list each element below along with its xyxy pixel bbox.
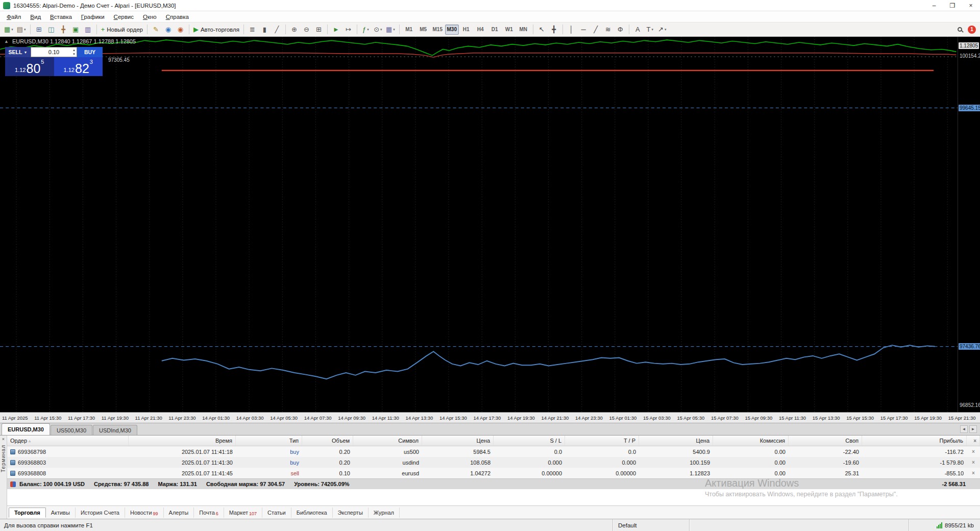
- time-label[interactable]: 14 Apr 11:30: [372, 415, 399, 421]
- time-label[interactable]: 11 Apr 23:30: [168, 415, 195, 421]
- menu-item-Сервис[interactable]: Сервис: [109, 12, 138, 21]
- new-chart-button[interactable]: ▦▾: [3, 23, 15, 36]
- time-label[interactable]: 15 Apr 15:30: [846, 415, 874, 421]
- timeframe-M15[interactable]: M15: [431, 25, 445, 35]
- search-button[interactable]: [954, 23, 966, 36]
- market-watch-button[interactable]: ⊞: [33, 23, 45, 36]
- status-profile[interactable]: Default: [612, 519, 689, 531]
- strategy-tester-button[interactable]: ▥: [82, 23, 94, 36]
- collapse-panel-icon[interactable]: ▲: [4, 39, 9, 44]
- panel-close-icon[interactable]: ×: [973, 438, 976, 444]
- timeframe-H1[interactable]: H1: [459, 25, 473, 35]
- chart-tab-US500,M30[interactable]: US500,M30: [51, 425, 92, 435]
- time-label[interactable]: 14 Apr 23:30: [575, 415, 603, 421]
- navigator-button[interactable]: ╋: [58, 23, 69, 36]
- time-label[interactable]: 14 Apr 01:30: [202, 415, 230, 421]
- menu-item-Файл[interactable]: Файл: [2, 12, 26, 21]
- line-chart-mode-button[interactable]: ╱: [271, 23, 283, 36]
- profiles-button[interactable]: ▤▾: [15, 23, 28, 36]
- buy-button[interactable]: BUY: [77, 47, 103, 57]
- timeframe-MN[interactable]: MN: [517, 25, 530, 35]
- volume-spinner[interactable]: ▲ ▼: [72, 48, 76, 57]
- indicators-button[interactable]: ƒ▾: [360, 23, 372, 36]
- column-header-Ордер[interactable]: Ордер▵: [7, 436, 129, 446]
- time-label[interactable]: 14 Apr 15:30: [439, 415, 467, 421]
- column-header-Объем[interactable]: Объем: [302, 436, 353, 446]
- cursor-button[interactable]: ↖: [536, 23, 548, 36]
- column-header-Тип[interactable]: Тип: [236, 436, 302, 446]
- time-label[interactable]: 14 Apr 13:30: [405, 415, 433, 421]
- time-label[interactable]: 15 Apr 13:30: [813, 415, 840, 421]
- timeframe-M1[interactable]: M1: [402, 25, 416, 35]
- autotrading-button[interactable]: ▶Авто-торговля: [192, 23, 241, 36]
- column-header-Время[interactable]: Время: [129, 436, 236, 446]
- chart-shift-button[interactable]: ↦: [342, 23, 354, 36]
- metaeditor-button[interactable]: ✎: [150, 23, 162, 36]
- close-order-icon[interactable]: ×: [967, 470, 980, 476]
- order-row[interactable]: 6993688082025.01.07 11:41:45sell0.10euru…: [7, 468, 980, 478]
- time-label[interactable]: 11 Apr 15:30: [34, 415, 61, 421]
- arrows-button[interactable]: ↗▾: [656, 23, 668, 36]
- horizontal-line-button[interactable]: ─: [578, 23, 590, 36]
- text-label-button[interactable]: Т▾: [644, 23, 656, 36]
- trendline-button[interactable]: ╱: [590, 23, 602, 36]
- timeframe-D1[interactable]: D1: [488, 25, 502, 35]
- buy-price[interactable]: 1.12 82 3: [54, 57, 103, 76]
- column-header-T / P[interactable]: T / P: [565, 436, 639, 446]
- terminal-tab-История Счета[interactable]: История Счета: [76, 508, 125, 518]
- equidistant-channel-button[interactable]: ≋: [602, 23, 614, 36]
- close-order-icon[interactable]: ×: [967, 460, 980, 465]
- chart-tab-USDInd,M30[interactable]: USDInd,M30: [93, 425, 137, 435]
- timeframe-H4[interactable]: H4: [474, 25, 487, 35]
- column-header-close[interactable]: ×: [967, 436, 980, 446]
- scroll-right-icon[interactable]: ►: [969, 425, 977, 433]
- time-label[interactable]: 14 Apr 09:30: [338, 415, 365, 421]
- terminal-tab-Активы[interactable]: Активы: [46, 508, 76, 518]
- scroll-left-icon[interactable]: ◄: [960, 425, 968, 433]
- column-header-Своп[interactable]: Своп: [789, 436, 862, 446]
- column-header-Символ[interactable]: Символ: [353, 436, 422, 446]
- terminal-toggle-button[interactable]: ▣: [70, 23, 82, 36]
- text-button[interactable]: A: [632, 23, 644, 36]
- close-order-icon[interactable]: ×: [967, 449, 980, 454]
- column-header-Цена[interactable]: Цена: [639, 436, 713, 446]
- time-label[interactable]: 11 Apr 21:30: [135, 415, 162, 421]
- time-label[interactable]: 15 Apr 07:30: [711, 415, 739, 421]
- menu-item-Вид[interactable]: Вид: [26, 12, 45, 21]
- bar-chart-mode-button[interactable]: ≣: [247, 23, 258, 36]
- terminal-tab-Почта[interactable]: Почта6: [194, 508, 224, 518]
- timeframe-W1[interactable]: W1: [502, 25, 516, 35]
- data-window-button[interactable]: ◫: [45, 23, 57, 36]
- terminal-tab-Статьи[interactable]: Статьи: [262, 508, 291, 518]
- terminal-tab-Алерты[interactable]: Алерты: [164, 508, 194, 518]
- time-label[interactable]: 14 Apr 19:30: [507, 415, 535, 421]
- menu-item-Справка[interactable]: Справка: [161, 12, 193, 21]
- chart-tab-EURUSD,M30[interactable]: EURUSD,M30: [2, 423, 50, 435]
- menu-item-Вставка[interactable]: Вставка: [45, 12, 77, 21]
- terminal-tab-Библиотека[interactable]: Библиотека: [291, 508, 333, 518]
- time-axis[interactable]: 11 Apr 202511 Apr 15:3011 Apr 17:3011 Ap…: [0, 412, 980, 423]
- spinner-up-icon[interactable]: ▲: [72, 48, 76, 52]
- terminal-tab-Маркет[interactable]: Маркет107: [224, 508, 262, 518]
- time-label[interactable]: 15 Apr 21:30: [948, 415, 976, 421]
- zoom-out-button[interactable]: ⊖: [301, 23, 312, 36]
- timeframe-M30[interactable]: M30: [445, 25, 459, 35]
- price-scale[interactable]: 1.12805100154.299645.1597436.7696852.16: [958, 37, 980, 412]
- spinner-down-icon[interactable]: ▼: [72, 52, 76, 56]
- time-label[interactable]: 11 Apr 17:30: [68, 415, 95, 421]
- time-label[interactable]: 14 Apr 21:30: [541, 415, 569, 421]
- time-label[interactable]: 15 Apr 09:30: [745, 415, 772, 421]
- vertical-line-button[interactable]: │: [566, 23, 577, 36]
- close-button[interactable]: ×: [962, 0, 980, 11]
- auto-scroll-button[interactable]: ►: [330, 23, 342, 36]
- terminal-tab-Новости[interactable]: Новости99: [125, 508, 164, 518]
- restore-button[interactable]: ❐: [943, 0, 962, 11]
- notification-badge[interactable]: 1: [968, 26, 976, 34]
- column-header-S / L[interactable]: S / L: [494, 436, 565, 446]
- time-label[interactable]: 15 Apr 01:30: [609, 415, 636, 421]
- mql5-market-button[interactable]: ◉: [175, 23, 186, 36]
- menu-item-Графики[interactable]: Графики: [77, 12, 109, 21]
- fibonacci-button[interactable]: Φ: [615, 23, 626, 36]
- time-label[interactable]: 14 Apr 05:30: [270, 415, 298, 421]
- menu-item-Окно[interactable]: Окно: [138, 12, 161, 21]
